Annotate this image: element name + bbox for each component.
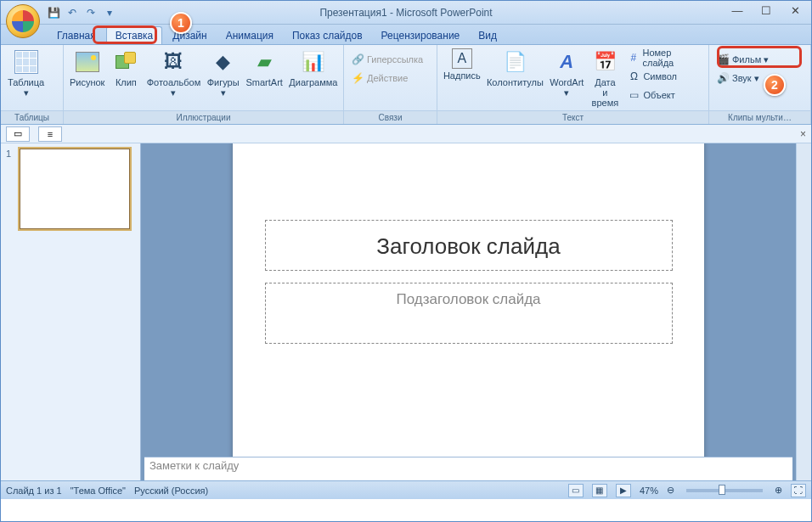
- photoalbum-button[interactable]: 🖼Фотоальбом▾: [144, 47, 202, 99]
- notes-pane[interactable]: Заметки к слайду: [144, 457, 792, 480]
- headerfooter-button[interactable]: 📄Колонтитулы: [485, 47, 546, 89]
- action-icon: ⚡: [351, 71, 364, 85]
- normal-view-button[interactable]: ▭: [568, 484, 584, 497]
- wordart-icon: A: [553, 48, 580, 76]
- picture-button[interactable]: Рисунок: [67, 47, 107, 89]
- group-tables-label: Таблицы: [1, 110, 63, 124]
- slideshow-view-button[interactable]: ▶: [616, 484, 631, 497]
- thumb-number: 1: [6, 149, 16, 229]
- outline-pane-tab[interactable]: ≡: [38, 126, 62, 142]
- tab-insert[interactable]: Вставка: [106, 26, 163, 44]
- zoom-percent[interactable]: 47%: [640, 486, 658, 496]
- status-language[interactable]: Русский (Россия): [134, 486, 208, 496]
- zoom-out-button[interactable]: ⊖: [667, 485, 674, 496]
- smartart-button[interactable]: ▰SmartArt: [244, 47, 285, 89]
- datetime-icon: 📅: [591, 48, 618, 76]
- badge-1: 1: [170, 12, 192, 34]
- title-placeholder[interactable]: Заголовок слайда: [265, 220, 673, 271]
- redo-icon[interactable]: ↷: [82, 4, 99, 21]
- smartart-icon: ▰: [251, 48, 278, 76]
- window-title: Презентация1 - Microsoft PowerPoint: [319, 7, 492, 19]
- group-media-label: Клипы мульти…: [709, 110, 810, 124]
- slide: Заголовок слайда Подзаголовок слайда: [233, 143, 704, 457]
- picture-icon: [74, 48, 101, 76]
- datetime-button[interactable]: 📅Дата и время: [588, 47, 622, 109]
- object-icon: ▭: [627, 88, 640, 102]
- tab-review[interactable]: Рецензирование: [373, 27, 469, 44]
- undo-icon[interactable]: ↶: [64, 4, 81, 21]
- object-button[interactable]: ▭Объект: [623, 86, 705, 104]
- symbol-button[interactable]: ΩСимвол: [623, 67, 705, 86]
- slide-canvas[interactable]: Заголовок слайда Подзаголовок слайда: [141, 143, 796, 457]
- slides-pane-tab[interactable]: ▭: [6, 126, 30, 142]
- textbox-icon: A: [452, 48, 472, 69]
- sorter-view-button[interactable]: ▦: [592, 484, 607, 497]
- fit-to-window-button[interactable]: ⛶: [791, 484, 806, 497]
- close-button[interactable]: ✕: [781, 1, 809, 20]
- photoalbum-icon: 🖼: [160, 48, 187, 76]
- maximize-button[interactable]: ☐: [752, 1, 781, 20]
- chart-icon: 📊: [300, 48, 327, 76]
- subtitle-placeholder[interactable]: Подзаголовок слайда: [265, 283, 673, 344]
- table-icon: [13, 48, 40, 76]
- hyperlink-button: 🔗Гиперссылка: [347, 50, 426, 69]
- slidenumber-icon: #: [627, 51, 640, 65]
- chart-button[interactable]: 📊Диаграмма: [287, 47, 340, 89]
- status-slide-count: Слайд 1 из 1: [6, 486, 62, 496]
- group-illustrations-label: Иллюстрации: [64, 110, 343, 124]
- movie-button[interactable]: 🎬Фильм ▾: [713, 50, 772, 69]
- slide-thumbnail-1[interactable]: [20, 149, 130, 229]
- zoom-slider-thumb[interactable]: [719, 485, 725, 495]
- symbol-icon: Ω: [627, 70, 640, 83]
- minimize-button[interactable]: —: [723, 1, 752, 20]
- movie-icon: 🎬: [716, 53, 730, 66]
- vertical-scrollbar[interactable]: [796, 143, 811, 480]
- office-logo-icon: [12, 10, 34, 32]
- status-theme: "Тема Office": [70, 486, 126, 496]
- action-button: ⚡Действие: [347, 69, 426, 87]
- tab-view[interactable]: Вид: [470, 27, 505, 44]
- hyperlink-icon: 🔗: [351, 53, 364, 66]
- clipart-icon: [112, 48, 139, 76]
- office-button[interactable]: [6, 4, 40, 38]
- tab-animation[interactable]: Анимация: [217, 27, 282, 44]
- sound-icon: 🔊: [716, 71, 730, 85]
- wordart-button[interactable]: AWordArt▾: [547, 47, 586, 99]
- headerfooter-icon: 📄: [501, 48, 528, 76]
- qat-dropdown-icon[interactable]: ▾: [101, 4, 118, 21]
- group-text-label: Текст: [437, 110, 708, 124]
- tab-home[interactable]: Главная: [48, 27, 104, 44]
- save-icon[interactable]: 💾: [45, 4, 62, 21]
- clipart-button[interactable]: Клип: [109, 47, 143, 89]
- badge-2: 2: [764, 74, 786, 96]
- tab-slideshow[interactable]: Показ слайдов: [284, 27, 371, 44]
- slide-thumbnails-pane: 1: [1, 143, 141, 480]
- shapes-button[interactable]: ◆Фигуры▾: [205, 47, 242, 99]
- shapes-icon: ◆: [210, 48, 237, 76]
- textbox-button[interactable]: AНадпись: [441, 47, 483, 82]
- pane-close-icon[interactable]: ×: [687, 128, 806, 140]
- slidenumber-button[interactable]: #Номер слайда: [623, 48, 705, 67]
- zoom-slider[interactable]: [686, 489, 763, 492]
- group-links-label: Связи: [344, 110, 437, 124]
- zoom-in-button[interactable]: ⊕: [775, 485, 782, 496]
- table-button[interactable]: Таблица▾: [4, 47, 48, 99]
